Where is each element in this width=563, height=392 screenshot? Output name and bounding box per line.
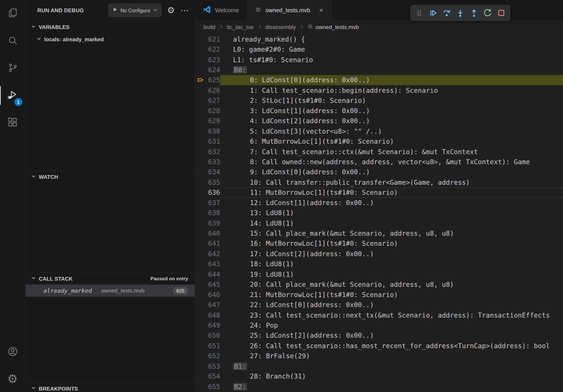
code-line-628[interactable]: 6283: LdConst[1](address: 0x00..) [195,105,563,116]
activity-bar-top: 1 [0,0,25,137]
line-number: 654 [204,373,220,380]
tab-owned-tests[interactable]: owned_tests.mvb [247,0,332,21]
code-text: L0: game#2#0: Game [220,44,563,55]
activity-item-run-and-debug[interactable]: 1 [0,82,25,109]
stop-button[interactable] [494,6,508,20]
code-line-634[interactable]: 6349: LdConst[0](address: 0x00..) [195,167,563,177]
code-line-655[interactable]: 655B2: [195,381,563,392]
activity-item-extensions[interactable] [0,109,25,136]
section-call-stack-label: CALL STACK [39,275,73,281]
code-text: 19: LdU8(1) [220,269,563,279]
line-number: 634 [204,168,220,176]
code-line-631[interactable]: 6316: MutBorrowLoc[1](ts#1#0: Scenario) [195,136,563,147]
debug-badge: 1 [14,98,22,106]
code-line-622[interactable]: 622L0: game#2#0: Game [195,44,563,55]
code-text: B1: [220,361,563,371]
disassembly-file-icon [255,6,262,14]
code-line-653[interactable]: 653B1: [195,361,563,371]
step-into-button[interactable] [454,6,467,20]
code-text: 25: LdConst[2](address: 0x00..) [220,330,563,341]
breadcrumb-item-disassembly[interactable]: disassembly [265,24,296,31]
code-line-643[interactable]: 64318: LdU8(1) [195,259,563,269]
line-number: 633 [204,158,220,166]
code-line-636[interactable]: 63611: MutBorrowLoc[1](ts#1#0: Scenario) [195,187,563,197]
code-line-640[interactable]: 64015: Call place_mark(&mut Scenario, ad… [195,228,563,238]
variables-scope-locals[interactable]: locals: already_marked [26,34,194,44]
section-watch[interactable]: WATCH [26,171,194,182]
step-over-button[interactable] [440,6,454,20]
code-line-621[interactable]: 621already_marked() { [195,34,563,44]
code-line-648[interactable]: 64823: Call test_scenario::next_tx(&mut … [195,310,563,320]
code-line-651[interactable]: 65126: Call test_scenario::has_most_rece… [195,341,563,351]
debug-step-arrow-icon[interactable] [195,77,204,83]
activity-item-explorer[interactable] [0,0,25,27]
code-line-639[interactable]: 63914: LdU8(1) [195,218,563,228]
activity-bar: 1 [0,0,26,392]
code-text: 20: Call place_mark(&mut Scenario, addre… [220,279,563,289]
code-line-625[interactable]: 6250: LdConst[0](address: 0x00..) [195,75,563,85]
activity-item-accounts[interactable] [0,339,25,365]
call-stack-frame[interactable]: already_marked owned_tests.mvb 625 [26,285,194,297]
code-line-650[interactable]: 65025: LdConst[2](address: 0x00..) [195,330,563,341]
line-number: 641 [204,240,220,247]
code-line-627[interactable]: 6272: StLoc[1](ts#1#0: Scenario) [195,95,563,105]
section-breakpoints[interactable]: BREAKPOINTS [26,383,194,392]
debug-settings-gear-icon[interactable]: ⚙ [167,6,175,15]
code-line-623[interactable]: 623L1: ts#1#0: Scenario [195,54,563,65]
code-text: already_marked() { [220,34,563,44]
code-line-647[interactable]: 64722: LdConst[0](address: 0x00..) [195,300,563,310]
section-call-stack[interactable]: CALL STACK Paused on entry [26,273,194,284]
code-line-626[interactable]: 6261: Call test_scenario::begin(address)… [195,85,563,95]
line-number: 625 [204,76,220,84]
close-icon[interactable] [318,8,324,13]
line-number: 639 [204,219,220,227]
tab-label: owned_tests.mvb [266,7,310,13]
activity-item-source-control[interactable] [0,55,25,82]
block-label: B0: [233,66,247,74]
files-icon [7,7,18,20]
code-line-624[interactable]: 624B0: [195,65,563,75]
code-line-632[interactable]: 6327: Call test_scenario::ctx(&mut Scena… [195,146,563,157]
code-line-641[interactable]: 64116: MutBorrowLoc[1](ts#1#0: Scenario) [195,238,563,249]
code-text: 4: LdConst[2](address: 0x00..) [220,116,563,126]
section-variables[interactable]: VARIABLES [26,22,194,32]
breadcrumb-item-build[interactable]: build [204,24,215,31]
drag-handle-icon[interactable] [412,6,426,20]
code-text: 16: MutBorrowLoc[1](ts#1#0: Scenario) [220,238,563,249]
code-text: 24: Pop [220,320,563,330]
code-line-645[interactable]: 64520: Call place_mark(&mut Scenario, ad… [195,279,563,289]
activity-item-search[interactable] [0,27,25,54]
tab-welcome[interactable]: Welcome [195,0,247,21]
breadcrumb-item-tic-tac-toe[interactable]: tic_tac_toe [227,24,254,31]
code-line-633[interactable]: 6338: Call owned::new(address, address, … [195,157,563,167]
code-text: 23: Call test_scenario::next_tx(&mut Sce… [220,310,563,320]
more-actions-icon[interactable]: ⋯ [180,6,189,15]
code-line-652[interactable]: 65227: BrFalse(29) [195,351,563,361]
code-line-649[interactable]: 64924: Pop [195,320,563,330]
code-line-642[interactable]: 64217: LdConst[2](address: 0x00..) [195,249,563,259]
step-out-button[interactable] [467,6,481,20]
code-line-654[interactable]: 65428: Branch(31) [195,371,563,381]
code-text: B0: [220,65,563,75]
frame-function-name: already_marked [43,287,92,294]
code-line-629[interactable]: 6294: LdConst[2](address: 0x00..) [195,116,563,126]
code-text: 11: MutBorrowLoc[1](ts#1#0: Scenario) [220,187,563,197]
code-line-646[interactable]: 64621: MutBorrowLoc[1](ts#1#0: Scenario) [195,289,563,300]
code-line-637[interactable]: 63712: LdConst[1](address: 0x00..) [195,197,563,208]
code-text: 1: Call test_scenario::begin(address): S… [220,85,563,95]
code-text: 15: Call place_mark(&mut Scenario, addre… [220,228,563,238]
code-line-644[interactable]: 64419: LdU8(1) [195,269,563,279]
settings-gear-icon: ⚙ [7,373,18,384]
restart-button[interactable] [481,6,494,20]
code-line-638[interactable]: 63813: LdU8(1) [195,208,563,218]
breadcrumb: build tic_tac_toe disassembly owned_test… [195,21,563,34]
breadcrumb-item-file[interactable]: owned_tests.mvb [307,24,359,31]
section-watch-label: WATCH [39,174,58,180]
chevron-right-icon [257,24,262,31]
code-line-635[interactable]: 63510: Call transfer::public_transfer<Ga… [195,177,563,187]
continue-button[interactable] [426,6,440,20]
activity-item-settings[interactable]: ⚙ [0,365,25,392]
start-debug-config-button[interactable]: No Configurations [109,3,162,17]
line-number: 624 [204,66,220,74]
code-line-630[interactable]: 6305: LdConst[3](vector<u8>: "" /..) [195,126,563,136]
